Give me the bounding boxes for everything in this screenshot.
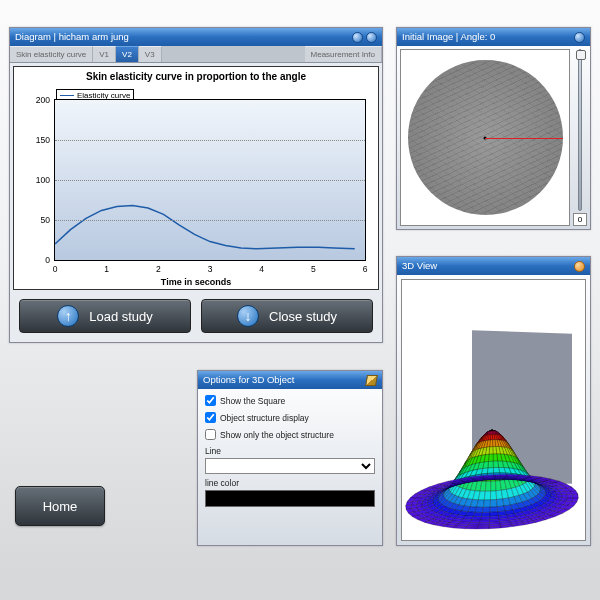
- minimize-icon[interactable]: [574, 32, 585, 43]
- svg-marker-429: [482, 507, 490, 512]
- options-panel: Options for 3D Object Show the Square Ob…: [197, 370, 383, 546]
- plot-region: 0501001502000123456: [54, 99, 366, 261]
- pencil-icon[interactable]: [365, 375, 378, 386]
- view-3d-canvas[interactable]: [401, 279, 586, 541]
- angle-slider[interactable]: [578, 49, 582, 211]
- tab-measurement-info[interactable]: Measurement Info: [305, 46, 382, 62]
- tab-v2[interactable]: V2: [116, 46, 139, 62]
- y-tick: 50: [25, 215, 50, 225]
- svg-marker-517: [481, 516, 490, 520]
- refresh-3d-icon[interactable]: [574, 261, 585, 272]
- show-square-option[interactable]: Show the Square: [205, 395, 375, 406]
- x-tick: 2: [156, 264, 161, 274]
- view-3d-panel: 3D View: [396, 256, 591, 546]
- svg-marker-561: [480, 520, 490, 523]
- initial-image-title: Initial Image | Angle: 0: [402, 28, 495, 46]
- line-color-swatch[interactable]: [205, 490, 375, 507]
- elasticity-chart: Skin elasticity curve in proportion to t…: [13, 66, 379, 290]
- svg-marker-342: [491, 491, 497, 500]
- svg-marker-693: [477, 527, 489, 529]
- x-tick: 6: [363, 264, 368, 274]
- x-tick: 3: [208, 264, 213, 274]
- initial-image-header: Initial Image | Angle: 0: [397, 28, 590, 46]
- svg-marker-473: [482, 512, 491, 516]
- svg-marker-516: [472, 516, 482, 520]
- options-title: Options for 3D Object: [203, 371, 294, 389]
- options-header: Options for 3D Object: [198, 371, 382, 389]
- y-tick: 100: [25, 175, 50, 185]
- close-study-button[interactable]: ↓ Close study: [201, 299, 373, 333]
- diagram-tabs: Skin elasticity curve V1 V2 V3 Measureme…: [10, 46, 382, 63]
- svg-marker-474: [490, 512, 499, 517]
- initial-image-panel: Initial Image | Angle: 0 0: [396, 27, 591, 230]
- y-tick: 0: [25, 255, 50, 265]
- svg-marker-617: [567, 494, 573, 498]
- x-tick: 5: [311, 264, 316, 274]
- only-structure-checkbox[interactable]: [205, 429, 216, 440]
- svg-marker-671: [495, 475, 507, 477]
- x-tick: 1: [104, 264, 109, 274]
- svg-marker-232: [489, 454, 494, 462]
- home-button[interactable]: Home: [15, 486, 105, 526]
- svg-marker-670: [506, 475, 519, 477]
- only-structure-option[interactable]: Show only the object structure: [205, 429, 375, 440]
- svg-marker-275: [493, 461, 499, 468]
- svg-marker-605: [479, 523, 490, 526]
- tab-v1[interactable]: V1: [93, 46, 116, 62]
- x-tick: 0: [53, 264, 58, 274]
- svg-marker-430: [490, 507, 498, 513]
- svg-marker-298: [491, 481, 496, 491]
- arrow-up-icon: ↑: [57, 305, 79, 327]
- svg-marker-692: [465, 527, 478, 529]
- svg-marker-573: [562, 494, 568, 498]
- load-study-button[interactable]: ↑ Load study: [19, 299, 191, 333]
- x-axis-label: Time in seconds: [14, 277, 378, 287]
- svg-marker-276: [488, 461, 493, 468]
- diagram-panel: Diagram | hicham arm jung Skin elasticit…: [9, 27, 383, 343]
- angle-radius-line: [485, 138, 563, 140]
- svg-marker-560: [470, 520, 481, 523]
- show-square-checkbox[interactable]: [205, 395, 216, 406]
- svg-marker-386: [490, 500, 497, 508]
- svg-marker-385: [483, 500, 490, 507]
- svg-marker-320: [487, 468, 493, 474]
- refresh-icon[interactable]: [352, 32, 363, 43]
- angle-slider-thumb[interactable]: [576, 50, 586, 60]
- y-tick: 200: [25, 95, 50, 105]
- svg-marker-472: [473, 512, 482, 516]
- svg-marker-341: [484, 491, 490, 500]
- elasticity-mesh: [402, 280, 586, 540]
- minimize-icon[interactable]: [366, 32, 377, 43]
- svg-marker-604: [468, 523, 479, 526]
- view-3d-header: 3D View: [397, 257, 590, 275]
- object-structure-option[interactable]: Object structure display: [205, 412, 375, 423]
- x-tick: 4: [259, 264, 264, 274]
- tab-v3[interactable]: V3: [139, 46, 162, 62]
- line-style-select[interactable]: [205, 458, 375, 474]
- diagram-header: Diagram | hicham arm jung: [10, 28, 382, 46]
- svg-marker-319: [493, 468, 499, 473]
- y-tick: 150: [25, 135, 50, 145]
- chart-title: Skin elasticity curve in proportion to t…: [14, 67, 378, 84]
- line-select-label: Line: [205, 446, 375, 456]
- diagram-title: Diagram | hicham arm jung: [15, 28, 129, 46]
- svg-marker-231: [493, 454, 498, 461]
- skin-image-view: [400, 49, 570, 226]
- view-3d-title: 3D View: [402, 257, 437, 275]
- object-structure-checkbox[interactable]: [205, 412, 216, 423]
- line-color-label: line color: [205, 478, 375, 488]
- svg-marker-297: [485, 481, 491, 491]
- skin-sample-circle: [408, 60, 563, 215]
- arrow-down-icon: ↓: [237, 305, 259, 327]
- svg-marker-661: [573, 494, 579, 498]
- angle-readout: 0: [573, 213, 587, 226]
- svg-marker-660: [572, 498, 579, 502]
- tab-skin-elasticity[interactable]: Skin elasticity curve: [10, 46, 93, 62]
